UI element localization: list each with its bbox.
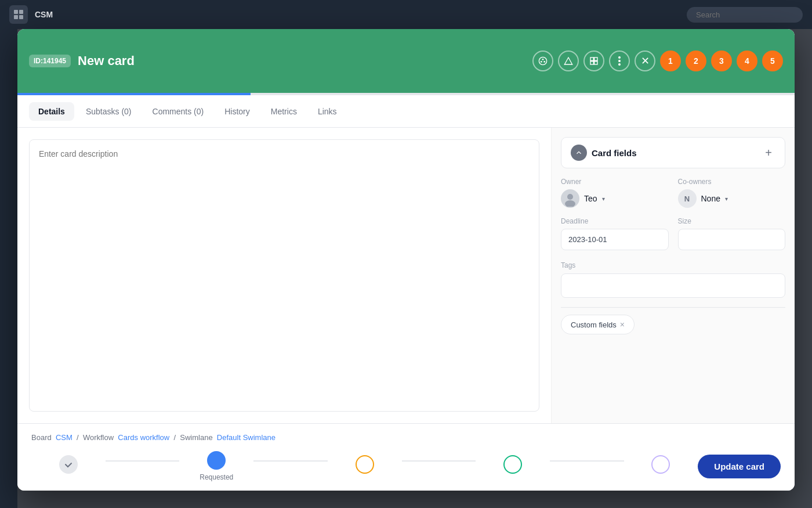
update-card-button[interactable]: Update card xyxy=(698,455,781,478)
swimlane-link[interactable]: Default Swimlane xyxy=(217,433,276,442)
description-input[interactable] xyxy=(29,139,539,412)
tab-subtasks[interactable]: Subtasks (0) xyxy=(77,102,141,121)
board-label: Board xyxy=(31,433,52,442)
divider xyxy=(561,307,785,308)
top-bar: CSM xyxy=(0,0,812,29)
modal-body: Card fields + Owner xyxy=(17,128,795,423)
step-requested-circle xyxy=(207,451,226,470)
card-fields-header-left: Card fields xyxy=(571,145,637,161)
palette-button[interactable] xyxy=(532,51,553,71)
search-input[interactable] xyxy=(687,7,803,23)
card-title: New card xyxy=(78,53,135,69)
owner-name: Teo xyxy=(584,194,597,203)
deadline-size-grid: Deadline Size xyxy=(561,217,785,250)
status-steps: Requested xyxy=(31,451,698,481)
svg-rect-2 xyxy=(14,15,18,19)
svg-point-7 xyxy=(543,61,545,63)
modal-header: ID:141945 New card xyxy=(17,29,795,93)
svg-point-15 xyxy=(618,63,621,66)
card-fields-icon xyxy=(571,145,587,161)
co-owner-name: None xyxy=(701,194,720,203)
deadline-field: Deadline xyxy=(561,217,669,250)
left-panel xyxy=(17,128,551,423)
header-left: ID:141945 New card xyxy=(29,53,135,69)
add-field-button[interactable]: + xyxy=(762,146,775,160)
svg-rect-0 xyxy=(14,10,18,14)
more-button[interactable] xyxy=(609,51,630,71)
step-requested-label: Requested xyxy=(200,473,233,481)
svg-rect-1 xyxy=(19,10,23,14)
deadline-label: Deadline xyxy=(561,217,669,225)
avatar-4[interactable]: 4 xyxy=(737,51,757,71)
step-4[interactable] xyxy=(476,455,550,477)
layout-button[interactable] xyxy=(583,51,604,71)
workflow-label: Workflow xyxy=(83,433,114,442)
step-line-3 xyxy=(402,460,476,462)
svg-rect-11 xyxy=(590,62,593,64)
close-button[interactable]: ✕ xyxy=(635,51,655,71)
tags-input[interactable] xyxy=(561,273,785,298)
card-fields-title: Card fields xyxy=(592,148,637,158)
modal-footer: Board CSM / Workflow Cards workflow / Sw… xyxy=(17,423,795,491)
triangle-button[interactable] xyxy=(558,51,579,71)
step-5-circle xyxy=(651,455,670,474)
tab-links[interactable]: Links xyxy=(309,102,346,121)
tab-comments[interactable]: Comments (0) xyxy=(143,102,213,121)
co-owner-value[interactable]: N None ▾ xyxy=(678,189,786,208)
svg-point-13 xyxy=(618,56,621,59)
step-line-1 xyxy=(106,460,180,462)
owner-label: Owner xyxy=(561,178,669,186)
owner-avatar xyxy=(561,189,579,208)
step-5[interactable] xyxy=(624,455,698,477)
svg-point-6 xyxy=(541,61,542,63)
size-field: Size xyxy=(678,217,786,250)
svg-rect-9 xyxy=(590,57,593,60)
svg-rect-3 xyxy=(19,15,23,19)
owner-value[interactable]: Teo ▾ xyxy=(561,189,669,208)
step-completed[interactable] xyxy=(31,455,106,477)
logo xyxy=(9,5,28,24)
tabs-container: Details Subtasks (0) Comments (0) Histor… xyxy=(17,95,795,128)
step-completed-circle xyxy=(59,455,78,474)
avatar-3[interactable]: 3 xyxy=(711,51,732,71)
avatar-1[interactable]: 1 xyxy=(660,51,681,71)
co-owner-label: Co-owners xyxy=(678,178,786,186)
co-owner-chevron-icon: ▾ xyxy=(725,196,728,202)
card-modal: ID:141945 New card xyxy=(17,29,795,491)
step-line-4 xyxy=(550,460,624,462)
tab-history[interactable]: History xyxy=(215,102,259,121)
top-bar-title: CSM xyxy=(35,10,53,19)
status-bar: Requested xyxy=(31,451,781,481)
co-owner-field: Co-owners N None ▾ xyxy=(678,178,786,208)
deadline-input[interactable] xyxy=(561,229,669,250)
owner-field: Owner Teo ▾ xyxy=(561,178,669,208)
avatar-5[interactable]: 5 xyxy=(762,51,783,71)
step-requested[interactable]: Requested xyxy=(179,451,253,481)
avatar-2[interactable]: 2 xyxy=(686,51,706,71)
svg-rect-12 xyxy=(594,62,597,64)
owner-chevron-icon: ▾ xyxy=(602,196,605,202)
right-panel: Card fields + Owner xyxy=(551,128,795,423)
tab-details[interactable]: Details xyxy=(29,102,74,121)
size-input[interactable] xyxy=(678,229,786,250)
svg-point-4 xyxy=(539,57,546,64)
svg-marker-8 xyxy=(564,57,572,64)
swimlane-label: Swimlane xyxy=(180,433,212,442)
tab-metrics[interactable]: Metrics xyxy=(262,102,306,121)
custom-fields-label: Custom fields xyxy=(571,320,617,329)
svg-rect-10 xyxy=(594,57,597,60)
step-line-2 xyxy=(253,460,328,462)
size-label: Size xyxy=(678,217,786,225)
svg-point-5 xyxy=(542,59,544,60)
header-right: ✕ 1 2 3 4 5 xyxy=(532,51,783,71)
workflow-link[interactable]: Cards workflow xyxy=(118,433,169,442)
step-3[interactable] xyxy=(328,455,402,477)
breadcrumb: Board CSM / Workflow Cards workflow / Sw… xyxy=(31,433,781,442)
svg-point-14 xyxy=(618,60,621,62)
step-3-circle xyxy=(356,455,374,474)
left-sidebar xyxy=(0,29,17,508)
step-4-circle xyxy=(503,455,522,474)
svg-point-17 xyxy=(567,194,573,200)
board-link[interactable]: CSM xyxy=(56,433,72,442)
custom-fields-button[interactable]: Custom fields × xyxy=(561,315,635,334)
